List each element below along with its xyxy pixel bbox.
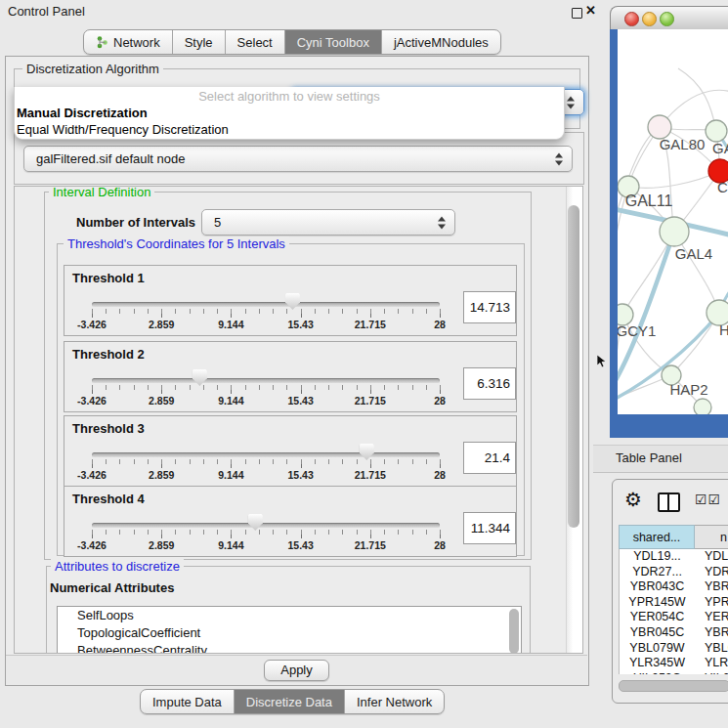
threshold-value-field[interactable]: 21.4 [463,442,516,474]
group-title: Attributes to discretize [51,559,184,574]
cell-name[interactable]: YLR3 [695,656,728,671]
network-node-label: C [717,179,728,195]
gear-icon[interactable]: ⚙ [624,488,642,511]
table-row[interactable]: YPR145WYPR1 [620,595,728,611]
threshold-coordinates-group: Threshold's Coordinates for 5 Intervals … [57,243,525,556]
slider-thumb[interactable] [285,293,300,310]
slider-thumb[interactable] [360,444,374,460]
threshold-value-field[interactable]: 11.344 [463,512,516,544]
attribute-list-item[interactable]: SelfLoops [58,607,521,624]
vertical-scrollbar-thumb[interactable] [568,205,579,528]
network-node-label: GAL11 [625,193,673,209]
tick-label: 28 [434,395,446,407]
cell-name[interactable]: YER0 [695,610,728,625]
tab-jactivemnodules[interactable]: jActiveMNodules [381,30,500,54]
numerical-attributes-label: Numerical Attributes [50,580,174,595]
tab-cyni-toolbox[interactable]: Cyni Toolbox [284,30,381,54]
tab-network[interactable]: Network [84,30,172,54]
threshold-label: Threshold 2 [72,347,145,362]
slider-track[interactable] [92,523,440,528]
close-icon[interactable]: ✕ [585,3,596,18]
cell-name[interactable]: YDL1 [695,549,728,565]
tick-label: 28 [434,539,446,551]
group-title: Discretization Algorithm [22,62,163,76]
threshold-value-field[interactable]: 6.316 [463,367,516,400]
table-row[interactable]: YDR27...YDR2 [620,565,728,580]
slider-tick-labels: -3.4262.8599.14415.4321.71528 [92,319,440,330]
float-window-icon[interactable] [572,8,582,19]
list-scrollbar-thumb[interactable] [509,609,519,654]
tick-label: 2.859 [149,395,174,407]
minimize-traffic-light[interactable] [642,12,657,26]
zoom-traffic-light[interactable] [660,12,674,26]
tab-impute-data[interactable]: Impute Data [141,690,234,713]
tick-label: -3.426 [77,469,107,481]
tab-label: Infer Network [357,695,432,709]
slider-track[interactable] [92,452,440,457]
table-row[interactable]: YER054CYER0 [620,610,728,625]
cell-name[interactable]: YIL0 [695,671,728,674]
slider-ticks [92,530,441,538]
apply-button[interactable]: Apply [264,660,329,681]
cell-name[interactable]: YDR2 [695,565,728,580]
tab-label: Cyni Toolbox [297,35,369,50]
attribute-list-item[interactable]: TopologicalCoefficient [58,624,521,642]
table-row[interactable]: YLR345WYLR3 [620,656,728,671]
cell-shared-name[interactable]: YPR145W [620,595,695,611]
column-header-shared-name[interactable]: shared... [619,525,695,549]
attribute-list-item[interactable]: BetweennessCentrality [58,642,521,654]
cell-shared-name[interactable]: YLR345W [620,656,695,671]
tab-infer-network[interactable]: Infer Network [344,690,444,713]
cell-shared-name[interactable]: YBL079W [620,641,695,657]
cell-shared-name[interactable]: YBR043C [620,579,695,595]
cell-name[interactable]: YBR0 [695,625,728,641]
cell-shared-name[interactable]: YIL052C [620,671,695,674]
close-traffic-light[interactable] [624,12,639,26]
cell-shared-name[interactable]: YDL19... [620,549,695,565]
cell-shared-name[interactable]: YER054C [620,610,695,625]
network-node-label: GA [712,140,728,156]
horizontal-scrollbar-thumb[interactable] [619,680,728,692]
tab-discretize-data[interactable]: Discretize Data [234,690,344,713]
slider-track[interactable] [92,378,440,383]
threshold-row: Threshold 1 -3.4262.8599.14415.4321.7152… [64,265,517,336]
number-of-intervals-label: Number of Intervals [76,215,195,230]
table-row[interactable]: YBL079WYBL0 [620,641,728,657]
cell-name[interactable]: YBL0 [695,641,728,657]
tick-label: -3.426 [77,395,107,407]
table-row[interactable]: YBR043CYBR0 [620,579,728,595]
table-row[interactable]: YBR045CYBR0 [620,625,728,641]
table-row[interactable]: YIL052CYIL0 [620,671,728,674]
tick-label: 15.43 [287,539,313,551]
dropdown-option-equal-width[interactable]: Equal Width/Frequency Discretization [15,121,564,138]
cell-shared-name[interactable]: YDR27... [620,565,695,580]
numerical-attributes-list[interactable]: SelfLoopsTopologicalCoefficientBetweenne… [57,606,522,654]
network-node[interactable] [694,399,711,414]
checkbox-icons[interactable]: ☑☑ [695,492,721,507]
network-node-label: GCY1 [618,322,656,339]
slider-thumb[interactable] [193,369,207,386]
table-data-combo[interactable]: galFiltered.sif default node [23,146,573,172]
network-edge[interactable] [628,171,720,188]
tick-label: 9.144 [218,319,243,330]
network-node[interactable] [660,217,689,246]
slider-track[interactable] [92,302,440,307]
number-of-intervals-combo[interactable]: 5 [201,209,455,236]
tab-label: Select [237,35,273,50]
column-header-name[interactable]: n [695,525,728,549]
network-canvas[interactable]: GAL80GACGAL11GAL4GCY1HHAP2 [618,29,728,414]
cell-name[interactable]: YPR1 [695,595,728,611]
cell-shared-name[interactable]: YBR045C [620,625,695,641]
threshold-value-field[interactable]: 14.713 [463,291,516,323]
slider-thumb[interactable] [248,514,263,531]
split-columns-icon[interactable] [658,492,680,512]
slider-ticks [92,385,441,394]
group-title: Threshold's Coordinates for 5 Intervals [64,236,289,251]
network-node[interactable] [706,120,727,142]
cell-name[interactable]: YBR0 [695,579,728,595]
settings-scroll-pane: Interval Definition Number of Intervals … [14,186,583,654]
tab-select[interactable]: Select [225,30,284,54]
tab-style[interactable]: Style [172,30,225,54]
dropdown-option-manual[interactable]: Manual Discretization [15,105,564,121]
table-row[interactable]: YDL19...YDL1 [620,549,728,565]
